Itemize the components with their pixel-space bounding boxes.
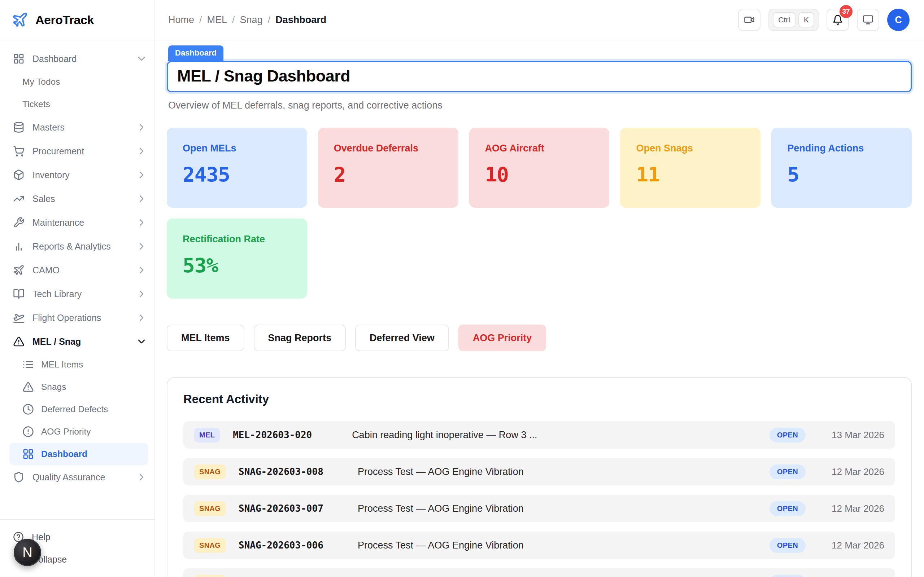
sidebar-subitem-deferred-defects[interactable]: Deferred Defects	[0, 398, 155, 421]
sidebar-item-maintenance[interactable]: Maintenance	[0, 211, 155, 234]
sidebar-item-tech-library[interactable]: Tech Library	[0, 282, 155, 306]
sidebar-subitem-mel-items[interactable]: MEL Items	[0, 353, 155, 376]
stat-card-overdue-deferrals[interactable]: Overdue Deferrals2	[318, 128, 459, 208]
status-badge: OPEN	[769, 575, 806, 577]
main-column: Home/MEL/Snag/Dashboard Ctrl K 37	[155, 0, 924, 577]
chevron-right-icon	[136, 264, 147, 276]
sidebar-item-quality-assurance[interactable]: Quality Assurance	[0, 465, 155, 489]
stat-value: 2435	[183, 163, 300, 186]
record-date: 13 Mar 2026	[816, 429, 884, 441]
sidebar-nav: DashboardMy TodosTicketsMastersProcureme…	[0, 40, 155, 519]
stat-card-rectification-rate[interactable]: Rectification Rate53%	[167, 219, 307, 298]
activity-row[interactable]: SNAGSNAG-202603-005Process Test — AOG En…	[183, 568, 895, 577]
sidebar-footer-label: Collapse	[32, 554, 147, 565]
brand-name: AeroTrack	[36, 13, 94, 27]
notification-count-badge: 37	[840, 5, 853, 18]
chevron-down-icon	[136, 53, 147, 64]
sidebar-subitem-snags[interactable]: Snags	[0, 376, 155, 398]
sidebar-item-label: Reports & Analytics	[32, 241, 128, 252]
activity-row[interactable]: SNAGSNAG-202603-008Process Test — AOG En…	[183, 458, 895, 485]
breadcrumb-separator: /	[232, 15, 235, 26]
notifications-button[interactable]: 37	[827, 9, 849, 31]
record-description: Cabin reading light inoperative — Row 3 …	[352, 429, 769, 441]
list-icon	[23, 359, 34, 371]
record-type-badge: SNAG	[194, 538, 226, 553]
bar-chart-icon	[13, 240, 24, 252]
tab-snag-reports[interactable]: Snag Reports	[254, 324, 346, 351]
command-palette-shortcut[interactable]: Ctrl K	[769, 9, 819, 31]
sidebar-item-sales[interactable]: Sales	[0, 187, 155, 211]
view-tabs: MEL ItemsSnag ReportsDeferred ViewAOG Pr…	[167, 324, 912, 351]
sidebar-item-tickets[interactable]: Tickets	[0, 93, 155, 115]
tab-aog-priority[interactable]: AOG Priority	[459, 324, 546, 351]
sidebar-subitem-dashboard[interactable]: Dashboard	[10, 443, 148, 465]
sidebar-item-label: Tech Library	[32, 289, 128, 299]
floating-assistant-button[interactable]: N	[14, 539, 41, 566]
avatar[interactable]: C	[887, 9, 909, 31]
record-id: SNAG-202603-008	[239, 466, 358, 477]
sidebar-item-masters[interactable]: Masters	[0, 115, 155, 139]
sidebar-item-dashboard[interactable]: Dashboard	[0, 47, 155, 71]
stat-card-aog-aircraft[interactable]: AOG Aircraft10	[469, 128, 610, 208]
sidebar-item-reports-analytics[interactable]: Reports & Analytics	[0, 234, 155, 258]
activity-row[interactable]: SNAGSNAG-202603-006Process Test — AOG En…	[183, 532, 895, 559]
display-mode-button[interactable]	[857, 9, 879, 31]
breadcrumb-item-mel[interactable]: MEL	[207, 15, 228, 26]
breadcrumb-item-snag[interactable]: Snag	[240, 15, 263, 26]
stat-value: 5	[787, 163, 905, 186]
recent-activity-title: Recent Activity	[183, 392, 895, 406]
record-id: MEL-202603-020	[233, 429, 352, 440]
shield-icon	[13, 471, 24, 483]
record-id: SNAG-202603-006	[239, 540, 358, 551]
stat-card-pending-actions[interactable]: Pending Actions5	[771, 128, 912, 208]
alert-triangle-icon	[23, 381, 34, 393]
page-subtitle: Overview of MEL deferrals, snag reports,…	[168, 100, 912, 111]
chevron-right-icon	[136, 121, 147, 133]
chevron-right-icon	[136, 288, 147, 300]
activity-row[interactable]: MELMEL-202603-020Cabin reading light ino…	[183, 421, 895, 449]
stat-label: Open MELs	[183, 143, 300, 154]
sidebar-subitem-aog-priority[interactable]: AOG Priority	[0, 421, 155, 443]
chevron-right-icon	[136, 145, 147, 157]
breadcrumb-separator: /	[268, 15, 271, 26]
sidebar-item-my-todos[interactable]: My Todos	[0, 71, 155, 93]
record-date: 12 Mar 2026	[816, 503, 884, 514]
ctrl-key: Ctrl	[773, 12, 795, 27]
page-title-box[interactable]: MEL / Snag Dashboard	[167, 61, 912, 92]
sidebar-item-label: Tickets	[23, 99, 147, 109]
stats-grid: Open MELs2435Overdue Deferrals2AOG Aircr…	[167, 128, 912, 298]
screen-record-button[interactable]	[738, 9, 761, 31]
plane-icon	[13, 264, 24, 276]
activity-row[interactable]: SNAGSNAG-202603-007Process Test — AOG En…	[183, 495, 895, 522]
wrench-icon	[13, 217, 24, 228]
sidebar-item-label: Dashboard	[32, 54, 128, 64]
chevron-right-icon	[136, 471, 147, 483]
status-badge: OPEN	[769, 464, 806, 479]
page-title: MEL / Snag Dashboard	[177, 67, 901, 85]
sidebar-item-camo[interactable]: CAMO	[0, 258, 155, 282]
stat-value: 53%	[183, 253, 300, 277]
sidebar-item-flight-operations[interactable]: Flight Operations	[0, 306, 155, 330]
chevron-right-icon	[136, 312, 147, 324]
chevron-right-icon	[136, 169, 147, 181]
record-id: SNAG-202603-007	[239, 503, 358, 514]
tab-deferred-view[interactable]: Deferred View	[355, 324, 449, 351]
breadcrumb-item-home[interactable]: Home	[168, 15, 194, 26]
clock-icon	[23, 403, 34, 415]
layout-grid-icon	[23, 448, 34, 460]
stat-card-open-snags[interactable]: Open Snags11	[620, 128, 761, 208]
brand-logo[interactable]: AeroTrack	[0, 0, 155, 40]
stat-label: AOG Aircraft	[485, 143, 603, 154]
sidebar-subitem-label: MEL Items	[41, 359, 147, 370]
record-type-badge: MEL	[194, 428, 220, 443]
record-type-badge: SNAG	[194, 501, 226, 516]
sidebar-item-mel-snag[interactable]: MEL / Snag	[0, 330, 155, 353]
sidebar-item-inventory[interactable]: Inventory	[0, 163, 155, 187]
k-key: K	[798, 12, 814, 27]
tab-mel-items[interactable]: MEL Items	[167, 324, 244, 351]
chevron-down-icon	[136, 336, 147, 347]
stat-card-open-mels[interactable]: Open MELs2435	[167, 128, 307, 208]
sidebar-item-procurement[interactable]: Procurement	[0, 139, 155, 163]
status-badge: OPEN	[769, 428, 806, 443]
app-window: AeroTrack DashboardMy TodosTicketsMaster…	[0, 0, 924, 577]
